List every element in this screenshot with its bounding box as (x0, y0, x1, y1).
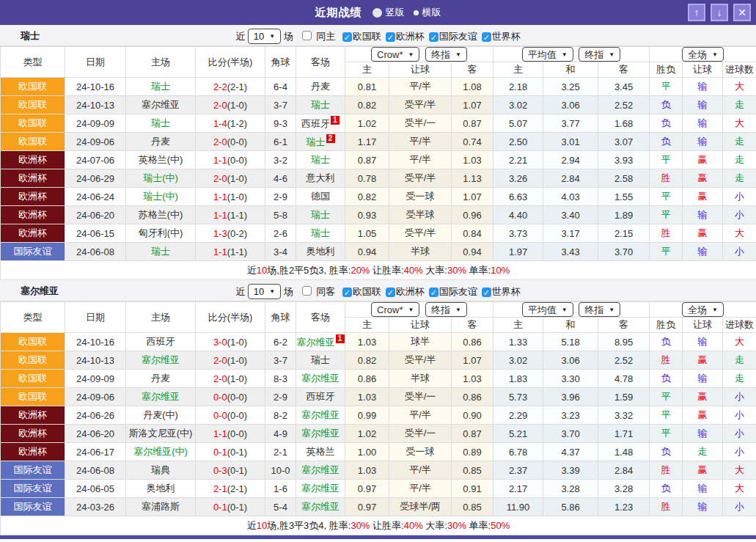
team-name: 塞尔维亚 (301, 373, 340, 384)
cell-avg-away: 8.95 (598, 333, 650, 351)
halftime-score: (2-1) (227, 483, 247, 494)
col-score: 比分(半场) (196, 47, 265, 78)
col-crow-home: 主 (345, 318, 389, 333)
summary-stat-label: 近 (247, 265, 257, 276)
cell-corners: 3-7 (265, 96, 296, 114)
near-label: 近 (235, 286, 245, 297)
bookmaker-select[interactable]: Crow*▼ (371, 302, 419, 317)
col-score: 比分(半场) (196, 302, 265, 333)
scroll-up-button[interactable]: ↑ (688, 4, 705, 21)
average-select[interactable]: 平均值▼ (522, 302, 573, 317)
halftime-score: (1-0) (227, 355, 247, 366)
bookmaker-select[interactable]: Crow*▼ (371, 47, 419, 62)
col-avg-draw: 和 (543, 62, 598, 78)
team-name: 塞尔维亚 (301, 428, 340, 439)
match-row: 欧国联24-09-09瑞士1-4(1-2)9-3西班牙11.02受半/一0.87… (1, 114, 756, 133)
cell-odds-handicap: 平/半 (389, 133, 452, 151)
col-result-handicap: 让球 (683, 318, 723, 333)
halftime-score: (0-0) (227, 410, 247, 421)
cell-score: 2-0(1-0) (196, 370, 265, 388)
col-type: 类型 (1, 47, 65, 78)
league-checkbox[interactable]: ✓ (342, 32, 352, 42)
summary-row: 近10场,胜2平5负3, 胜率:20% 让胜率:40% 大率:30% 单率:10… (1, 261, 756, 280)
chevron-down-icon: ▼ (269, 29, 275, 43)
fulltime-score: 0-1 (213, 447, 227, 458)
cell-avg-draw: 3.39 (543, 461, 598, 480)
team-name: 塞尔维亚(中) (133, 446, 188, 457)
odds-stage-select-2[interactable]: 终指▼ (579, 302, 620, 317)
cell-avg-draw: 3.23 (543, 406, 598, 425)
team-name: 瑞士 (311, 99, 330, 110)
match-row: 欧洲杯24-06-26丹麦(中)0-0(0-0)8-2塞尔维亚0.99平/半0.… (1, 406, 756, 425)
close-button[interactable]: ✕ (733, 4, 751, 21)
page-title: 近期战绩 (315, 6, 362, 20)
recent-games-select[interactable]: 10 ▼ (248, 284, 281, 299)
radio-label: 竖版 (386, 6, 405, 19)
cell-result-goals: 小 (723, 388, 756, 406)
team-name: 丹麦 (151, 373, 170, 384)
league-checkbox[interactable]: ✓ (386, 32, 395, 42)
cell-odds-home: 0.94 (345, 243, 389, 261)
col-result-wdl: 胜负 (650, 318, 683, 333)
cell-result-wdl: 胜 (650, 351, 683, 370)
team-name: 西班牙 (147, 336, 175, 347)
chevron-down-icon: ▼ (269, 285, 275, 299)
cell-odds-home: 1.17 (345, 133, 389, 151)
league-checkbox[interactable]: ✓ (342, 288, 352, 297)
cell-avg-draw: 3.17 (543, 224, 598, 243)
same-away-checkbox[interactable] (302, 286, 312, 296)
cell-away-team: 西班牙 (296, 388, 345, 406)
odds-stage-select[interactable]: 终指▼ (425, 302, 467, 317)
cell-home-team: 丹麦(中) (126, 406, 196, 425)
red-card-badge: 2 (326, 134, 335, 143)
cell-home-team: 瑞士 (126, 243, 196, 261)
cell-away-team: 德国 (296, 188, 345, 206)
fulltime-select[interactable]: 全场▼ (682, 302, 724, 317)
summary-stat-label: 让胜率: (370, 520, 403, 531)
cell-away-team: 瑞士 (296, 206, 345, 224)
cell-avg-draw: 3.30 (543, 370, 598, 388)
layout-radio-vertical[interactable]: 竖版 (373, 6, 405, 19)
league-checkbox-label: 世界杯 (492, 286, 521, 297)
radio-unselected-icon[interactable] (373, 8, 382, 18)
results-table-switzerland: 类型 日期 主场 比分(半场) 角球 客场 Crow*▼ 终指▼ 平均值▼ 终指… (0, 46, 756, 280)
cell-avg-draw: 3.28 (543, 480, 598, 498)
cell-odds-home: 0.87 (345, 151, 389, 169)
cell-home-team: 塞尔维亚 (126, 96, 196, 114)
odds-stage-select-2[interactable]: 终指▼ (579, 47, 620, 62)
recent-games-select[interactable]: 10 ▼ (248, 29, 281, 44)
scroll-down-button[interactable]: ↓ (711, 4, 728, 21)
average-select[interactable]: 平均值▼ (522, 47, 573, 62)
cell-result-wdl: 平 (650, 78, 683, 96)
cell-result-handicap: 赢 (683, 388, 723, 406)
league-checkbox[interactable]: ✓ (386, 288, 395, 297)
cell-result-wdl: 负 (650, 480, 683, 498)
league-checkbox[interactable]: ✓ (482, 32, 491, 42)
radio-selected-icon[interactable] (414, 10, 419, 15)
league-checkbox[interactable]: ✓ (482, 288, 491, 297)
cell-result-handicap: 输 (683, 243, 723, 261)
cell-avg-away: 1.23 (598, 498, 650, 516)
cell-avg-away: 2.52 (598, 96, 650, 114)
fulltime-select[interactable]: 全场▼ (682, 47, 724, 62)
cell-score: 2-0(1-0) (196, 351, 265, 370)
team-name: 奥地利 (147, 483, 175, 494)
cell-odds-away: 0.86 (452, 333, 493, 351)
cell-avg-home: 5.21 (493, 425, 543, 443)
cell-odds-handicap: 受半/一 (389, 114, 452, 133)
league-checkbox[interactable]: ✓ (429, 288, 438, 297)
layout-radio-horizontal[interactable]: 横版 (414, 6, 441, 19)
fulltime-score: 1-1 (213, 428, 227, 439)
same-home-label: 同主 (316, 31, 335, 42)
team-name: 瑞士(中) (143, 191, 178, 202)
odds-stage-select[interactable]: 终指▼ (425, 47, 467, 62)
cell-odds-handicap: 受一球 (389, 443, 452, 461)
cell-corners: 5-4 (265, 498, 296, 516)
average-group-header: 平均值▼ 终指▼ (493, 302, 650, 318)
cell-avg-home: 11.90 (493, 498, 543, 516)
cell-league-type: 欧国联 (1, 370, 65, 388)
cell-home-team: 英格兰(中) (126, 151, 196, 169)
league-checkbox[interactable]: ✓ (429, 32, 438, 42)
same-home-checkbox[interactable] (302, 31, 312, 40)
cell-avg-home: 1.83 (493, 370, 543, 388)
